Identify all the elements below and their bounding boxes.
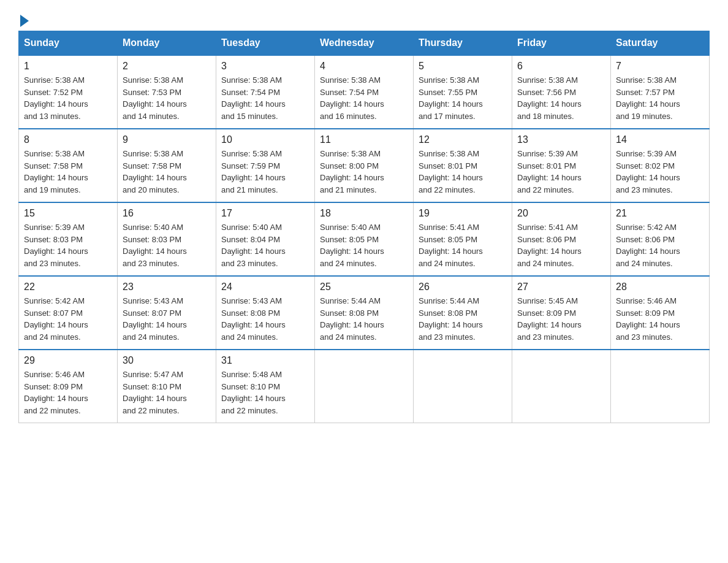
calendar-week-row: 1Sunrise: 5:38 AMSunset: 7:52 PMDaylight… — [19, 55, 710, 129]
day-number: 28 — [616, 282, 704, 293]
column-header-friday: Friday — [512, 31, 611, 56]
calendar-week-row: 8Sunrise: 5:38 AMSunset: 7:58 PMDaylight… — [19, 129, 710, 202]
calendar-table: SundayMondayTuesdayWednesdayThursdayFrid… — [18, 31, 710, 423]
calendar-cell: 2Sunrise: 5:38 AMSunset: 7:53 PMDaylight… — [118, 55, 216, 129]
calendar-cell: 4Sunrise: 5:38 AMSunset: 7:54 PMDaylight… — [315, 55, 414, 129]
calendar-cell — [315, 350, 414, 423]
day-info: Sunrise: 5:47 AMSunset: 8:10 PMDaylight:… — [123, 369, 211, 416]
day-number: 5 — [419, 61, 507, 72]
day-info: Sunrise: 5:38 AMSunset: 7:54 PMDaylight:… — [320, 74, 408, 122]
day-info: Sunrise: 5:38 AMSunset: 7:52 PMDaylight:… — [24, 74, 112, 122]
calendar-cell: 18Sunrise: 5:40 AMSunset: 8:05 PMDayligh… — [315, 202, 414, 276]
day-number: 11 — [320, 134, 408, 145]
day-info: Sunrise: 5:44 AMSunset: 8:08 PMDaylight:… — [419, 295, 507, 343]
day-number: 9 — [123, 134, 211, 145]
day-info: Sunrise: 5:39 AMSunset: 8:03 PMDaylight:… — [24, 221, 112, 269]
column-header-thursday: Thursday — [414, 31, 512, 56]
column-header-sunday: Sunday — [19, 31, 118, 56]
day-info: Sunrise: 5:38 AMSunset: 8:00 PMDaylight:… — [320, 148, 408, 196]
calendar-cell: 23Sunrise: 5:43 AMSunset: 8:07 PMDayligh… — [118, 276, 216, 350]
day-number: 12 — [419, 134, 507, 145]
day-info: Sunrise: 5:41 AMSunset: 8:06 PMDaylight:… — [517, 221, 605, 269]
day-number: 15 — [24, 208, 112, 219]
calendar-week-row: 22Sunrise: 5:42 AMSunset: 8:07 PMDayligh… — [19, 276, 710, 350]
calendar-cell: 25Sunrise: 5:44 AMSunset: 8:08 PMDayligh… — [315, 276, 414, 350]
calendar-week-row: 29Sunrise: 5:46 AMSunset: 8:09 PMDayligh… — [19, 350, 710, 423]
calendar-header-row: SundayMondayTuesdayWednesdayThursdayFrid… — [19, 31, 710, 56]
calendar-week-row: 15Sunrise: 5:39 AMSunset: 8:03 PMDayligh… — [19, 202, 710, 276]
day-number: 16 — [123, 208, 211, 219]
day-number: 14 — [616, 134, 704, 145]
calendar-cell: 19Sunrise: 5:41 AMSunset: 8:05 PMDayligh… — [414, 202, 512, 276]
day-number: 23 — [123, 282, 211, 293]
day-number: 26 — [419, 282, 507, 293]
calendar-cell: 9Sunrise: 5:38 AMSunset: 7:58 PMDaylight… — [118, 129, 216, 202]
calendar-cell: 16Sunrise: 5:40 AMSunset: 8:03 PMDayligh… — [118, 202, 216, 276]
day-info: Sunrise: 5:38 AMSunset: 7:53 PMDaylight:… — [123, 74, 211, 122]
day-number: 17 — [221, 208, 309, 219]
calendar-cell: 20Sunrise: 5:41 AMSunset: 8:06 PMDayligh… — [512, 202, 611, 276]
calendar-cell: 12Sunrise: 5:38 AMSunset: 8:01 PMDayligh… — [414, 129, 512, 202]
calendar-cell: 26Sunrise: 5:44 AMSunset: 8:08 PMDayligh… — [414, 276, 512, 350]
calendar-cell: 8Sunrise: 5:38 AMSunset: 7:58 PMDaylight… — [19, 129, 118, 202]
day-info: Sunrise: 5:38 AMSunset: 7:54 PMDaylight:… — [221, 74, 309, 122]
calendar-cell: 21Sunrise: 5:42 AMSunset: 8:06 PMDayligh… — [611, 202, 710, 276]
day-number: 18 — [320, 208, 408, 219]
day-number: 10 — [221, 134, 309, 145]
day-info: Sunrise: 5:41 AMSunset: 8:05 PMDaylight:… — [419, 221, 507, 269]
day-number: 7 — [616, 61, 704, 72]
logo — [18, 12, 29, 25]
calendar-cell: 29Sunrise: 5:46 AMSunset: 8:09 PMDayligh… — [19, 350, 118, 423]
day-number: 20 — [517, 208, 605, 219]
calendar-cell: 31Sunrise: 5:48 AMSunset: 8:10 PMDayligh… — [216, 350, 315, 423]
day-info: Sunrise: 5:43 AMSunset: 8:07 PMDaylight:… — [123, 295, 211, 343]
column-header-tuesday: Tuesday — [216, 31, 315, 56]
day-number: 27 — [517, 282, 605, 293]
day-number: 31 — [221, 355, 309, 366]
day-info: Sunrise: 5:38 AMSunset: 7:56 PMDaylight:… — [517, 74, 605, 122]
calendar-cell: 28Sunrise: 5:46 AMSunset: 8:09 PMDayligh… — [611, 276, 710, 350]
day-info: Sunrise: 5:42 AMSunset: 8:06 PMDaylight:… — [616, 221, 704, 269]
day-number: 8 — [24, 134, 112, 145]
calendar-cell — [611, 350, 710, 423]
column-header-saturday: Saturday — [611, 31, 710, 56]
day-info: Sunrise: 5:40 AMSunset: 8:04 PMDaylight:… — [221, 221, 309, 269]
day-info: Sunrise: 5:40 AMSunset: 8:03 PMDaylight:… — [123, 221, 211, 269]
calendar-cell — [512, 350, 611, 423]
day-number: 1 — [24, 61, 112, 72]
day-info: Sunrise: 5:40 AMSunset: 8:05 PMDaylight:… — [320, 221, 408, 269]
calendar-cell: 24Sunrise: 5:43 AMSunset: 8:08 PMDayligh… — [216, 276, 315, 350]
calendar-cell: 17Sunrise: 5:40 AMSunset: 8:04 PMDayligh… — [216, 202, 315, 276]
calendar-cell: 11Sunrise: 5:38 AMSunset: 8:00 PMDayligh… — [315, 129, 414, 202]
calendar-cell: 27Sunrise: 5:45 AMSunset: 8:09 PMDayligh… — [512, 276, 611, 350]
day-info: Sunrise: 5:38 AMSunset: 7:58 PMDaylight:… — [24, 148, 112, 196]
day-number: 22 — [24, 282, 112, 293]
column-header-monday: Monday — [118, 31, 216, 56]
calendar-cell: 5Sunrise: 5:38 AMSunset: 7:55 PMDaylight… — [414, 55, 512, 129]
day-number: 13 — [517, 134, 605, 145]
day-info: Sunrise: 5:44 AMSunset: 8:08 PMDaylight:… — [320, 295, 408, 343]
calendar-cell: 7Sunrise: 5:38 AMSunset: 7:57 PMDaylight… — [611, 55, 710, 129]
day-info: Sunrise: 5:38 AMSunset: 7:58 PMDaylight:… — [123, 148, 211, 196]
calendar-cell: 3Sunrise: 5:38 AMSunset: 7:54 PMDaylight… — [216, 55, 315, 129]
calendar-cell: 22Sunrise: 5:42 AMSunset: 8:07 PMDayligh… — [19, 276, 118, 350]
page-header — [18, 12, 710, 25]
day-number: 4 — [320, 61, 408, 72]
column-header-wednesday: Wednesday — [315, 31, 414, 56]
day-info: Sunrise: 5:42 AMSunset: 8:07 PMDaylight:… — [24, 295, 112, 343]
day-number: 30 — [123, 355, 211, 366]
logo-arrow-icon — [20, 15, 29, 27]
day-info: Sunrise: 5:46 AMSunset: 8:09 PMDaylight:… — [24, 369, 112, 416]
calendar-cell: 30Sunrise: 5:47 AMSunset: 8:10 PMDayligh… — [118, 350, 216, 423]
calendar-cell: 10Sunrise: 5:38 AMSunset: 7:59 PMDayligh… — [216, 129, 315, 202]
day-number: 2 — [123, 61, 211, 72]
day-info: Sunrise: 5:38 AMSunset: 7:59 PMDaylight:… — [221, 148, 309, 196]
day-info: Sunrise: 5:48 AMSunset: 8:10 PMDaylight:… — [221, 369, 309, 416]
day-info: Sunrise: 5:38 AMSunset: 7:55 PMDaylight:… — [419, 74, 507, 122]
calendar-cell: 13Sunrise: 5:39 AMSunset: 8:01 PMDayligh… — [512, 129, 611, 202]
day-number: 24 — [221, 282, 309, 293]
day-info: Sunrise: 5:39 AMSunset: 8:01 PMDaylight:… — [517, 148, 605, 196]
calendar-cell: 14Sunrise: 5:39 AMSunset: 8:02 PMDayligh… — [611, 129, 710, 202]
calendar-cell: 6Sunrise: 5:38 AMSunset: 7:56 PMDaylight… — [512, 55, 611, 129]
day-number: 21 — [616, 208, 704, 219]
